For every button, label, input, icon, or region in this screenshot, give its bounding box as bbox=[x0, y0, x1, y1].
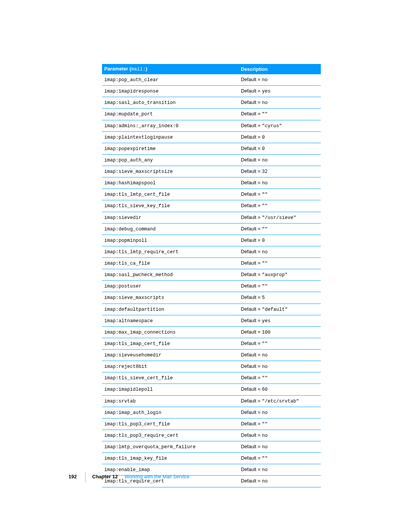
default-value: "" bbox=[262, 422, 268, 427]
desc-cell: Default = "" bbox=[239, 200, 321, 212]
table-row: imap:sasl_pwcheck_methodDefault = "auxpr… bbox=[102, 269, 321, 281]
param-name: imap:imapidresponse bbox=[104, 89, 159, 94]
default-prefix: Default = bbox=[241, 283, 262, 289]
table-row: imap:sasl_auto_transitionDefault = no bbox=[102, 97, 321, 109]
param-name: imap:imap_auth_login bbox=[104, 410, 161, 415]
desc-cell: Default = no bbox=[239, 154, 321, 166]
default-prefix: Default = bbox=[241, 180, 262, 185]
default-value: "" bbox=[262, 456, 268, 461]
param-name: imap:lmtp_overquota_perm_failure bbox=[104, 444, 196, 450]
param-name: imap:admins:_array_index:0 bbox=[104, 123, 178, 129]
default-prefix: Default = bbox=[241, 363, 262, 369]
default-prefix: Default = bbox=[241, 409, 262, 415]
default-value: "" bbox=[262, 227, 268, 232]
desc-cell: Default = "auxprop" bbox=[239, 269, 321, 281]
table-row: imap:imapidresponseDefault = yes bbox=[102, 86, 321, 97]
table-row: imap:tls_imap_cert_fileDefault = "" bbox=[102, 338, 321, 349]
default-value: no bbox=[262, 444, 268, 450]
desc-cell: Default = "" bbox=[239, 223, 321, 235]
table-row: imap:imap_auth_loginDefault = no bbox=[102, 407, 321, 418]
param-name: imap:altnamespace bbox=[104, 318, 153, 324]
table-row: imap:sievedirDefault = "/usr/sieve" bbox=[102, 212, 321, 223]
param-cell: imap:imap_auth_login bbox=[102, 407, 239, 418]
default-value: 60 bbox=[262, 387, 268, 392]
param-cell: imap:imapidresponse bbox=[102, 86, 239, 97]
param-name: imap:sasl_pwcheck_method bbox=[104, 272, 173, 278]
desc-cell: Default = no bbox=[239, 361, 321, 372]
default-prefix: Default = bbox=[241, 237, 262, 243]
table-row: imap:plaintextloginpauseDefault = 0 bbox=[102, 131, 321, 143]
desc-cell: Default = 0 bbox=[239, 235, 321, 246]
default-prefix: Default = bbox=[241, 123, 262, 128]
default-prefix: Default = bbox=[241, 111, 262, 117]
desc-cell: Default = "cyrus" bbox=[239, 120, 321, 131]
param-cell: imap:tls_ca_file bbox=[102, 258, 239, 269]
desc-cell: Default = "" bbox=[239, 453, 321, 464]
content-area: Parameter (mail:) Description imap:pop_a… bbox=[102, 64, 321, 487]
desc-cell: Default = "" bbox=[239, 372, 321, 384]
param-cell: imap:defaultpartition bbox=[102, 304, 239, 315]
table-row: imap:admins:_array_index:0Default = "cyr… bbox=[102, 120, 321, 131]
param-cell: imap:sievedir bbox=[102, 212, 239, 223]
param-cell: imap:tls_imap_key_file bbox=[102, 453, 239, 464]
default-value: no bbox=[262, 181, 268, 186]
param-cell: imap:imapidlepoll bbox=[102, 384, 239, 395]
param-cell: imap:tls_pop3_require_cert bbox=[102, 430, 239, 441]
default-value: 32 bbox=[262, 169, 268, 174]
table-row: imap:hashimapspoolDefault = no bbox=[102, 177, 321, 189]
param-cell: imap:sieve_maxscripts bbox=[102, 292, 239, 304]
param-cell: imap:postuser bbox=[102, 281, 239, 292]
param-name: imap:pop_auth_clear bbox=[104, 77, 159, 83]
default-prefix: Default = bbox=[241, 466, 262, 472]
default-value: no bbox=[262, 364, 268, 369]
table-row: imap:imapidlepollDefault = 60 bbox=[102, 384, 321, 395]
default-prefix: Default = bbox=[241, 191, 262, 197]
param-name: imap:reject8bit bbox=[104, 364, 147, 369]
default-value: 0 bbox=[262, 146, 265, 152]
default-value: no bbox=[262, 433, 268, 438]
param-cell: imap:popminpoll bbox=[102, 235, 239, 246]
default-prefix: Default = bbox=[241, 226, 262, 232]
table-body: imap:pop_auth_clearDefault = noimap:imap… bbox=[102, 74, 321, 487]
default-prefix: Default = bbox=[241, 77, 262, 82]
param-cell: imap:tls_imap_cert_file bbox=[102, 338, 239, 349]
param-cell: imap:sieveusehomedir bbox=[102, 350, 239, 361]
param-cell: imap:admins:_array_index:0 bbox=[102, 120, 239, 131]
desc-cell: Default = 100 bbox=[239, 326, 321, 338]
param-name: imap:tls_ca_file bbox=[104, 261, 150, 266]
param-name: imap:max_imap_connections bbox=[104, 330, 176, 335]
default-value: no bbox=[262, 249, 268, 255]
default-value: 5 bbox=[262, 295, 265, 300]
desc-cell: Default = 32 bbox=[239, 166, 321, 177]
param-cell: imap:hashimapspool bbox=[102, 177, 239, 189]
desc-cell: Default = "" bbox=[239, 338, 321, 349]
desc-cell: Default = no bbox=[239, 350, 321, 361]
default-prefix: Default = bbox=[241, 294, 262, 300]
param-name: imap:popexpiretime bbox=[104, 146, 156, 152]
default-prefix: Default = bbox=[241, 214, 262, 220]
param-cell: imap:sasl_auto_transition bbox=[102, 97, 239, 109]
default-value: "auxprop" bbox=[262, 272, 288, 278]
default-value: no bbox=[262, 353, 268, 358]
param-name: imap:defaultpartition bbox=[104, 307, 164, 312]
param-name: imap:sasl_auto_transition bbox=[104, 100, 176, 105]
param-cell: imap:mupdate_port bbox=[102, 109, 239, 120]
desc-cell: Default = "default" bbox=[239, 304, 321, 315]
page-footer: 192 Chapter 12 Working with the Mail Ser… bbox=[68, 472, 327, 482]
param-name: imap:sieveusehomedir bbox=[104, 353, 161, 358]
param-name: imap:plaintextloginpause bbox=[104, 135, 173, 140]
param-name: imap:postuser bbox=[104, 284, 142, 289]
default-prefix: Default = bbox=[241, 88, 262, 94]
header-param-close: ) bbox=[146, 66, 147, 72]
parameters-table: Parameter (mail:) Description imap:pop_a… bbox=[102, 64, 321, 487]
chapter-title: Working with the Mail Service bbox=[125, 474, 190, 479]
desc-cell: Default = "" bbox=[239, 258, 321, 269]
param-name: imap:mupdate_port bbox=[104, 112, 153, 117]
default-prefix: Default = bbox=[241, 157, 262, 163]
desc-cell: Default = yes bbox=[239, 315, 321, 326]
table-row: imap:defaultpartitionDefault = "default" bbox=[102, 304, 321, 315]
desc-cell: Default = no bbox=[239, 177, 321, 189]
desc-cell: Default = no bbox=[239, 74, 321, 86]
default-value: yes bbox=[262, 89, 271, 94]
param-cell: imap:tls_lmtp_cert_file bbox=[102, 189, 239, 200]
